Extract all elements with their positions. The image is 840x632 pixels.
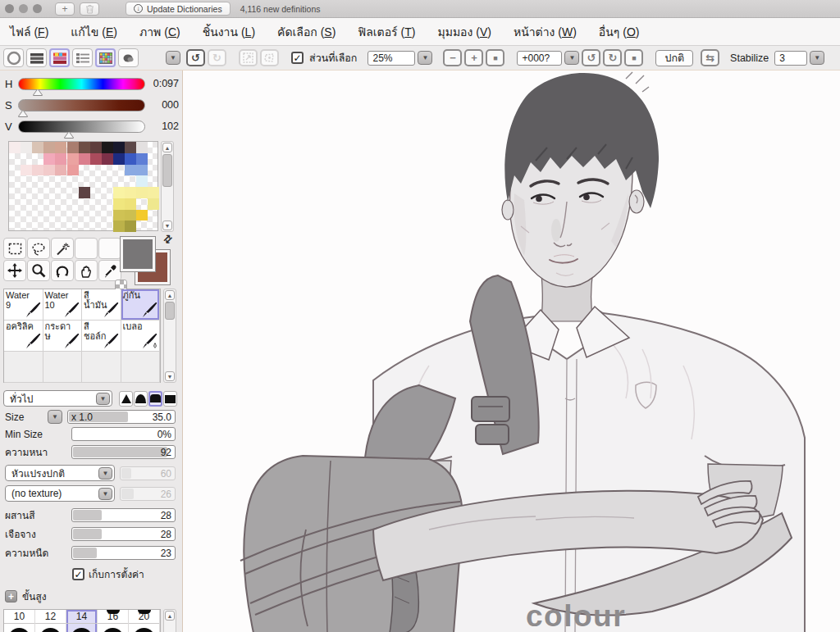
palette-swatch[interactable] bbox=[148, 198, 159, 210]
brush-empty-slot[interactable] bbox=[121, 352, 161, 383]
palette-swatch[interactable] bbox=[102, 142, 113, 153]
hue-marker[interactable] bbox=[34, 89, 42, 95]
brush-2[interactable]: Water 10 bbox=[43, 289, 83, 321]
palette-swatch[interactable] bbox=[55, 142, 66, 153]
menu-c[interactable]: ภาพ (C) bbox=[139, 23, 180, 41]
palette-swatch[interactable] bbox=[125, 221, 136, 232]
menu-v[interactable]: มุมมอง (V) bbox=[437, 23, 491, 41]
value-slider[interactable] bbox=[18, 120, 145, 133]
palette-swatch[interactable] bbox=[136, 187, 148, 198]
add-button[interactable]: + bbox=[55, 2, 75, 16]
brush-empty-slot[interactable] bbox=[43, 352, 83, 383]
blend-slider[interactable]: 28 bbox=[71, 508, 176, 522]
texture-select[interactable]: (no texture) ▼ bbox=[5, 485, 115, 502]
palette-swatch[interactable] bbox=[148, 187, 159, 198]
eyedropper-tool[interactable] bbox=[98, 260, 121, 281]
swatch-grid-button[interactable] bbox=[95, 48, 116, 67]
size-slider[interactable]: x 1.0 35.0 bbox=[67, 410, 176, 424]
brush-empty-slot[interactable] bbox=[4, 352, 43, 383]
hsv-bars-button[interactable] bbox=[26, 48, 47, 67]
zoom-out-button[interactable]: − bbox=[443, 49, 462, 66]
rect-select-tool[interactable] bbox=[3, 238, 26, 259]
update-dictionaries-button[interactable]: ↓ Update Dictionaries bbox=[126, 2, 231, 16]
menu-f[interactable]: ไฟล์ (F) bbox=[10, 23, 48, 41]
min-size-slider[interactable]: 0% bbox=[71, 427, 176, 441]
brush-tip-select[interactable]: หัวแปรงปกติ ▼ bbox=[5, 465, 115, 481]
zoom-in-button[interactable]: + bbox=[464, 49, 483, 66]
edge-flat-button[interactable] bbox=[163, 391, 177, 407]
palette-swatch[interactable] bbox=[9, 142, 21, 153]
brush-7[interactable]: สีชอล์ก bbox=[82, 321, 121, 352]
empty-tool-slot[interactable] bbox=[98, 238, 121, 259]
brush-scrollbar[interactable]: ▲ ▼ bbox=[163, 289, 176, 383]
palette-swatch[interactable] bbox=[55, 153, 66, 165]
angle-dropdown-button[interactable]: ▼ bbox=[564, 51, 579, 65]
stabilize-value-field[interactable]: 3 bbox=[774, 51, 807, 66]
size-strip-scrollbar[interactable]: ▲ bbox=[163, 609, 176, 632]
palette-swatch[interactable] bbox=[113, 210, 125, 221]
brush-6[interactable]: กระดาษ bbox=[43, 321, 83, 352]
menu-t[interactable]: ฟิลเตอร์ (T) bbox=[358, 23, 415, 41]
palette-swatch[interactable] bbox=[113, 142, 125, 153]
palette-swatch[interactable] bbox=[21, 142, 32, 153]
scroll-up-icon[interactable]: ▲ bbox=[162, 143, 172, 152]
selection-dropdown-button[interactable]: ▼ bbox=[166, 51, 180, 65]
saturation-slider[interactable] bbox=[18, 99, 145, 111]
saturation-marker[interactable] bbox=[19, 111, 27, 116]
density-slider[interactable]: 92 bbox=[71, 445, 176, 459]
palette-swatch[interactable] bbox=[43, 153, 55, 165]
brush-4[interactable]: ภู่กัน bbox=[121, 289, 161, 321]
palette-swatch[interactable] bbox=[90, 142, 102, 153]
palette-scroll-thumb[interactable] bbox=[162, 154, 172, 187]
palette-swatch[interactable] bbox=[136, 153, 148, 165]
zoom-level-field[interactable]: 25% bbox=[368, 51, 415, 66]
traffic-light-close[interactable] bbox=[5, 4, 14, 13]
normal-mode-button[interactable]: ปกติ bbox=[655, 50, 693, 66]
edge-soft-button[interactable] bbox=[134, 391, 148, 407]
foreground-color-swatch[interactable] bbox=[120, 236, 156, 272]
magic-wand-tool[interactable] bbox=[51, 238, 74, 259]
traffic-light-zoom[interactable] bbox=[33, 4, 42, 13]
palette-swatch[interactable] bbox=[125, 153, 136, 165]
brush-empty-slot[interactable] bbox=[82, 352, 121, 383]
menu-s[interactable]: คัดเลือก (S) bbox=[277, 23, 336, 41]
brush-scroll-thumb[interactable] bbox=[165, 302, 175, 320]
persistence-slider[interactable]: 23 bbox=[71, 546, 176, 560]
color-wheel-button[interactable] bbox=[3, 48, 24, 67]
hue-slider[interactable] bbox=[18, 78, 145, 90]
scroll-up-icon[interactable]: ▲ bbox=[165, 290, 175, 300]
brush-size-20[interactable]: 20 bbox=[129, 610, 160, 632]
palette-swatch[interactable] bbox=[32, 165, 43, 176]
scroll-down-icon[interactable]: ▼ bbox=[162, 221, 172, 230]
palette-swatch[interactable] bbox=[32, 142, 43, 153]
size-unit-dropdown[interactable]: ▼ bbox=[48, 410, 62, 424]
palette-swatch[interactable] bbox=[136, 175, 148, 187]
canvas-area[interactable]: colour bbox=[182, 70, 840, 632]
hand-tool[interactable] bbox=[75, 260, 98, 281]
palette-swatch[interactable] bbox=[136, 142, 148, 153]
trash-button[interactable] bbox=[80, 2, 99, 16]
brush-mode-select[interactable]: ทั่วไป ▼ bbox=[3, 390, 112, 407]
brush-size-12[interactable]: 12 bbox=[35, 610, 66, 632]
palette-swatch[interactable] bbox=[43, 142, 55, 153]
palette-swatch[interactable] bbox=[125, 165, 136, 176]
rotate-ccw-button[interactable]: ↺ bbox=[582, 49, 600, 66]
palette-swatch[interactable] bbox=[125, 198, 136, 210]
palette-swatch[interactable] bbox=[79, 153, 90, 165]
rotation-angle-field[interactable]: +000? bbox=[517, 51, 562, 66]
menu-o[interactable]: อื่นๆ (O) bbox=[599, 23, 640, 41]
palette-swatch[interactable] bbox=[67, 142, 79, 153]
zoom-tool[interactable] bbox=[27, 260, 50, 281]
stabilize-dropdown-button[interactable]: ▼ bbox=[810, 51, 824, 65]
menu-l[interactable]: ชิ้นงาน (L) bbox=[203, 23, 255, 41]
zoom-reset-button[interactable]: ■ bbox=[486, 49, 504, 66]
transform-selection-button[interactable] bbox=[239, 49, 258, 66]
rotate-canvas-tool[interactable] bbox=[51, 260, 74, 281]
redo-button[interactable]: ↻ bbox=[208, 49, 226, 66]
palette-swatch[interactable] bbox=[79, 187, 90, 198]
empty-tool-slot[interactable] bbox=[75, 238, 98, 259]
palette-swatch[interactable] bbox=[67, 165, 79, 176]
palette-swatch[interactable] bbox=[113, 153, 125, 165]
brush-5[interactable]: อคริลิค bbox=[4, 321, 43, 352]
zoom-dropdown-button[interactable]: ▼ bbox=[418, 51, 432, 65]
